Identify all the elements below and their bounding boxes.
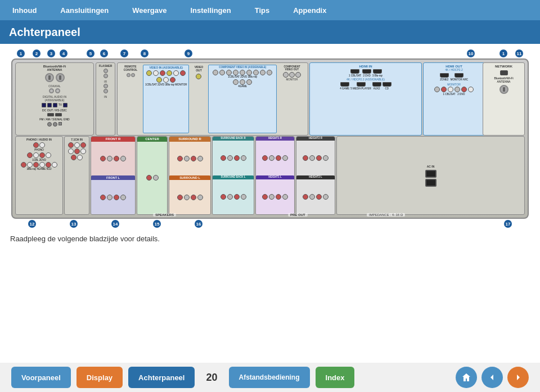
afstandsbediening-button[interactable]: Afstandsbediening [229, 367, 310, 388]
callout-17: 17 [504, 220, 512, 228]
impedance-label: IMPEDANCE : 4~16 Ω [367, 213, 405, 217]
nav-weergave[interactable]: Weergave [120, 0, 179, 20]
callout-11: 11 [515, 49, 523, 57]
home-button[interactable] [456, 367, 477, 388]
page-title: Achterpaneel [9, 26, 80, 39]
callout-15: 15 [153, 220, 161, 228]
index-button[interactable]: Index [316, 367, 355, 388]
callout-6: 6 [100, 49, 108, 57]
achterpaneel-button[interactable]: Achterpaneel [128, 367, 195, 388]
callout-10: 10 [467, 49, 475, 57]
callout-16: 16 [195, 220, 202, 228]
callout-3: 3 [47, 49, 55, 57]
main-content: 1 2 3 4 5 6 7 8 9 10 1 11 Bluetooth/Wi-F… [0, 44, 540, 363]
page-number: 20 [206, 372, 217, 384]
description-text: Raadpleeg de volgende bladzijde voor det… [6, 235, 534, 243]
speakers-label: SPEAKERS [153, 213, 176, 217]
callout-14: 14 [111, 220, 119, 228]
nav-inhoud[interactable]: Inhoud [0, 0, 49, 20]
nav-instellingen[interactable]: Instellingen [178, 0, 243, 20]
callout-7: 7 [120, 49, 128, 57]
callout-1b: 1 [500, 49, 507, 57]
callout-2: 2 [33, 49, 40, 57]
bottom-nav-right [456, 367, 529, 388]
nav-tips[interactable]: Tips [242, 0, 282, 20]
prev-button[interactable] [482, 367, 503, 388]
bottom-navigation: Voorpaneel Display Achterpaneel 20 Afsta… [0, 363, 540, 392]
speaker-label-front: FRONT R [91, 137, 135, 142]
top-navigation: Inhoud Aansluitingen Weergave Instelling… [0, 0, 540, 20]
callout-9: 9 [184, 49, 192, 57]
nav-aansluitingen[interactable]: Aansluitingen [48, 0, 121, 20]
callout-5: 5 [87, 49, 94, 57]
next-button[interactable] [507, 367, 529, 388]
callout-1-top: 1 [17, 49, 25, 57]
page-title-bar: Achterpaneel [0, 20, 540, 44]
preout-label: PRE OUT [288, 213, 308, 217]
callout-8: 8 [141, 49, 148, 57]
callout-4: 4 [60, 49, 68, 57]
nav-appendix[interactable]: Appendix [281, 0, 339, 20]
bottom-nav-left: Voorpaneel Display Achterpaneel 20 Afsta… [11, 367, 354, 388]
callout-13: 13 [70, 220, 78, 228]
voorpaneel-button[interactable]: Voorpaneel [11, 367, 71, 388]
callout-12: 12 [28, 220, 36, 228]
display-button[interactable]: Display [76, 367, 123, 388]
